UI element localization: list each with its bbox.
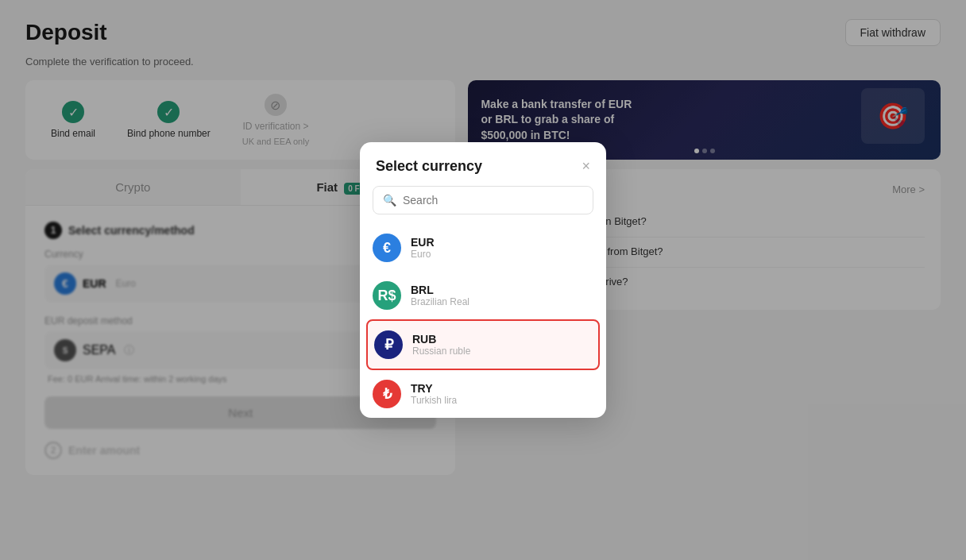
try-code: TRY <box>411 382 457 395</box>
currency-item-eur[interactable]: € EUR Euro <box>360 224 606 272</box>
try-currency-details: TRY Turkish lira <box>411 382 457 406</box>
currency-list: € EUR Euro R$ BRL Brazilian Real <box>360 224 606 418</box>
eur-name: Euro <box>411 249 435 260</box>
try-name: Turkish lira <box>411 395 457 406</box>
rub-code: RUB <box>412 333 470 346</box>
modal-close-button[interactable]: × <box>582 158 590 175</box>
eur-currency-icon: € <box>373 234 401 262</box>
modal-title: Select currency <box>376 158 482 175</box>
select-currency-modal: Select currency × 🔍 € EUR Euro <box>360 142 606 418</box>
rub-currency-icon: ₽ <box>374 330 403 359</box>
rub-currency-details: RUB Russian ruble <box>412 333 470 357</box>
brl-currency-icon: R$ <box>373 281 401 310</box>
page-background: Deposit Fiat withdraw Complete the verif… <box>0 0 966 560</box>
try-currency-icon: ₺ <box>373 380 401 408</box>
brl-code: BRL <box>411 284 469 296</box>
modal-header: Select currency × <box>360 142 606 186</box>
currency-item-brl[interactable]: R$ BRL Brazilian Real <box>360 272 606 319</box>
currency-search-input[interactable] <box>403 194 583 207</box>
modal-overlay[interactable]: Select currency × 🔍 € EUR Euro <box>0 0 966 560</box>
rub-name: Russian ruble <box>412 346 470 357</box>
brl-currency-details: BRL Brazilian Real <box>411 284 469 307</box>
eur-currency-details: EUR Euro <box>411 236 435 260</box>
brl-name: Brazilian Real <box>411 296 469 307</box>
currency-item-rub[interactable]: ₽ RUB Russian ruble <box>366 319 600 370</box>
modal-search-container: 🔍 <box>373 186 593 214</box>
currency-item-try[interactable]: ₺ TRY Turkish lira <box>360 370 606 418</box>
search-icon: 🔍 <box>383 194 396 207</box>
eur-code: EUR <box>411 236 435 249</box>
